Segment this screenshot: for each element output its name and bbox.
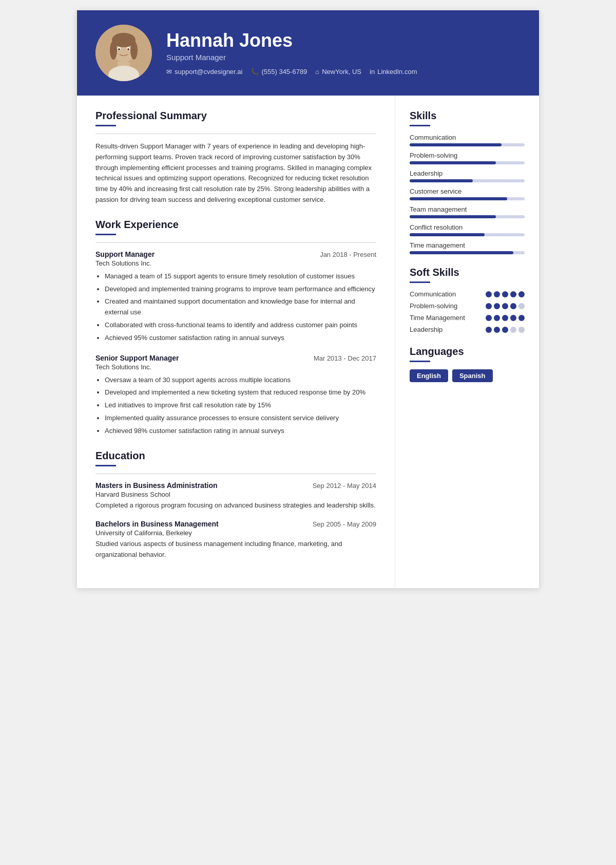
- soft-skill-name: Time Management: [410, 314, 465, 322]
- skill-item: Leadership: [410, 170, 525, 182]
- edu-list: Masters in Business AdministrationSep 20…: [95, 481, 376, 560]
- skill-bar-fill: [410, 215, 496, 218]
- skill-bar-background: [410, 251, 525, 254]
- skill-bar-background: [410, 143, 525, 146]
- dot-filled: [486, 327, 492, 333]
- skill-bar-fill: [410, 197, 507, 200]
- edu-divider: [95, 465, 116, 466]
- soft-skill-row: Leadership: [410, 326, 525, 333]
- job-header: Senior Support ManagerMar 2013 - Dec 201…: [95, 354, 376, 362]
- linkedin-icon: in: [370, 68, 375, 76]
- skill-name: Problem-solving: [410, 152, 525, 159]
- work-title: Work Experience: [95, 219, 376, 231]
- dot-filled: [494, 315, 500, 321]
- skill-item: Problem-solving: [410, 152, 525, 164]
- phone-value: (555) 345-6789: [261, 68, 307, 76]
- job-title: Senior Support Manager: [95, 354, 179, 362]
- skill-bar-background: [410, 197, 525, 200]
- skills-title: Skills: [410, 110, 525, 122]
- languages-title: Languages: [410, 346, 525, 358]
- candidate-name: Hannah Jones: [166, 30, 521, 51]
- skill-item: Time management: [410, 241, 525, 254]
- dot-filled: [502, 303, 508, 309]
- edu-description: Studied various aspects of business mana…: [95, 539, 376, 560]
- header-section: Hannah Jones Support Manager ✉ support@c…: [77, 10, 539, 96]
- languages-divider: [410, 361, 430, 362]
- summary-text: Results-driven Support Manager with 7 ye…: [95, 141, 376, 205]
- dot-filled: [518, 315, 525, 321]
- job-bullets: Oversaw a team of 30 support agents acro…: [95, 375, 376, 437]
- skill-name: Customer service: [410, 187, 525, 195]
- skills-list: CommunicationProblem-solvingLeadershipCu…: [410, 134, 525, 254]
- language-tag: English: [410, 369, 448, 382]
- list-item: Led initiatives to improve first call re…: [105, 400, 376, 411]
- email-value: support@cvdesigner.ai: [175, 68, 242, 76]
- svg-point-4: [110, 41, 117, 60]
- dot-filled: [502, 315, 508, 321]
- skill-item: Communication: [410, 134, 525, 146]
- skill-bar-fill: [410, 161, 496, 164]
- dot-filled: [502, 327, 508, 333]
- email-contact: ✉ support@cvdesigner.ai: [166, 68, 242, 76]
- skill-bar-background: [410, 161, 525, 164]
- dot-filled: [502, 291, 508, 297]
- svg-point-5: [130, 41, 138, 60]
- skill-name: Conflict resolution: [410, 223, 525, 231]
- dots-container: [486, 315, 525, 321]
- skill-bar-fill: [410, 143, 502, 146]
- dot-filled: [518, 291, 525, 297]
- edu-entry: Bachelors in Business ManagementSep 2005…: [95, 520, 376, 560]
- dot-filled: [510, 303, 516, 309]
- edu-degree: Bachelors in Business Management: [95, 520, 219, 528]
- location-icon: ⌂: [315, 68, 319, 76]
- languages-section: Languages EnglishSpanish: [410, 346, 525, 382]
- list-item: Achieved 95% customer satisfaction ratin…: [105, 333, 376, 344]
- summary-section: Professional Summary Results-driven Supp…: [95, 110, 376, 205]
- skill-bar-background: [410, 233, 525, 236]
- left-column: Professional Summary Results-driven Supp…: [77, 96, 395, 588]
- list-item: Managed a team of 15 support agents to e…: [105, 271, 376, 282]
- list-item: Achieved 98% customer satisfaction ratin…: [105, 426, 376, 437]
- edu-header: Masters in Business AdministrationSep 20…: [95, 481, 376, 490]
- dots-container: [486, 291, 525, 297]
- soft-skills-divider: [410, 281, 430, 283]
- language-tag: Spanish: [452, 369, 493, 382]
- edu-hr: [95, 474, 376, 474]
- edu-school: University of California, Berkeley: [95, 529, 376, 537]
- list-item: Developed and implemented a new ticketin…: [105, 387, 376, 398]
- skill-item: Team management: [410, 205, 525, 218]
- body-section: Professional Summary Results-driven Supp…: [77, 96, 539, 588]
- location-value: NewYork, US: [322, 68, 361, 76]
- phone-icon: 📞: [251, 68, 259, 76]
- right-column: Skills CommunicationProblem-solvingLeade…: [395, 96, 539, 588]
- avatar: [95, 25, 152, 81]
- dot-filled: [486, 291, 492, 297]
- education-section: Education Masters in Business Administra…: [95, 450, 376, 560]
- dot-filled: [486, 315, 492, 321]
- skill-item: Conflict resolution: [410, 223, 525, 236]
- list-item: Implemented quality assurance processes …: [105, 413, 376, 424]
- skill-bar-fill: [410, 251, 513, 254]
- skill-item: Customer service: [410, 187, 525, 200]
- candidate-title: Support Manager: [166, 53, 521, 62]
- edu-degree: Masters in Business Administration: [95, 481, 218, 490]
- edu-dates: Sep 2005 - May 2009: [313, 520, 376, 528]
- skills-section: Skills CommunicationProblem-solvingLeade…: [410, 110, 525, 254]
- dot-filled: [510, 291, 516, 297]
- jobs-list: Support ManagerJan 2018 - PresentTech So…: [95, 250, 376, 437]
- dots-container: [486, 327, 525, 333]
- resume-container: Hannah Jones Support Manager ✉ support@c…: [77, 10, 539, 588]
- phone-contact: 📞 (555) 345-6789: [251, 68, 307, 76]
- dot-filled: [494, 303, 500, 309]
- dot-empty: [518, 303, 525, 309]
- list-item: Developed and implemented training progr…: [105, 284, 376, 295]
- dots-container: [486, 303, 525, 309]
- skill-bar-fill: [410, 179, 473, 182]
- soft-skills-section: Soft Skills CommunicationProblem-solving…: [410, 267, 525, 333]
- skill-name: Team management: [410, 205, 525, 213]
- work-divider: [95, 234, 116, 235]
- dot-filled: [510, 315, 516, 321]
- linkedin-contact: in LinkedIn.com: [370, 68, 417, 76]
- work-experience-section: Work Experience Support ManagerJan 2018 …: [95, 219, 376, 437]
- summary-title: Professional Summary: [95, 110, 376, 122]
